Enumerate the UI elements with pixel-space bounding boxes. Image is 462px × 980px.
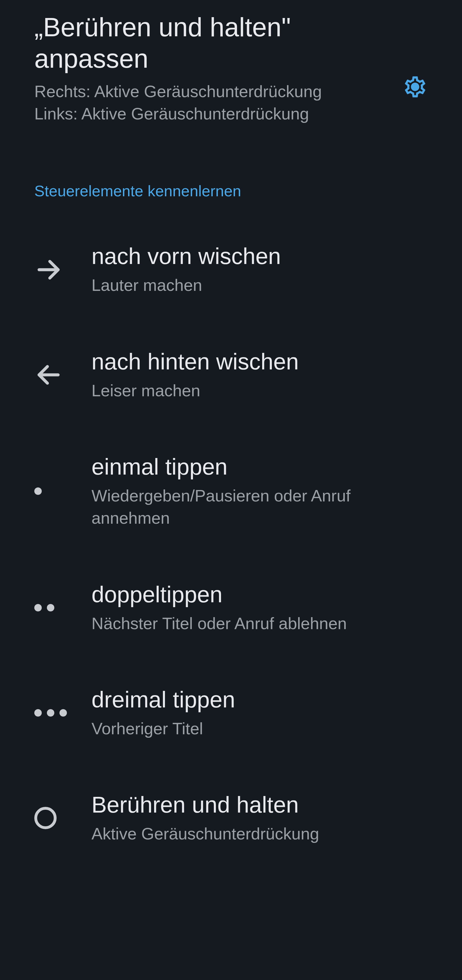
touch-hold-customize[interactable]: „Berühren und halten" anpassen Rechts: A…	[34, 11, 391, 125]
circle-outline-icon	[34, 807, 91, 829]
header-title: „Berühren und halten" anpassen	[34, 11, 391, 75]
triple-dot-icon	[34, 709, 91, 717]
header-subtitle: Rechts: Aktive Geräuschunterdrückung Lin…	[34, 80, 391, 125]
gesture-desc: Lauter machen	[91, 274, 428, 296]
gesture-desc: Aktive Geräuschunterdrückung	[91, 822, 428, 845]
gesture-desc: Vorheriger Titel	[91, 718, 428, 740]
single-dot-icon	[34, 487, 91, 495]
gesture-desc: Wiedergeben/Pausieren oder Anruf annehme…	[91, 485, 428, 530]
gesture-single-tap[interactable]: einmal tippen Wiedergeben/Pausieren oder…	[34, 428, 428, 555]
settings-button[interactable]	[403, 74, 428, 100]
svg-point-0	[413, 84, 418, 89]
gesture-desc: Leiser machen	[91, 379, 428, 402]
gesture-double-tap[interactable]: doppeltippen Nächster Titel oder Anruf a…	[34, 555, 428, 660]
gesture-triple-tap[interactable]: dreimal tippen Vorheriger Titel	[34, 660, 428, 765]
gesture-title: doppeltippen	[91, 581, 428, 608]
header-row: „Berühren und halten" anpassen Rechts: A…	[0, 0, 462, 136]
gesture-touch-hold[interactable]: Berühren und halten Aktive Geräuschunter…	[34, 765, 428, 870]
gesture-swipe-forward[interactable]: nach vorn wischen Lauter machen	[34, 217, 428, 322]
section-header-controls: Steuerelemente kennenlernen	[0, 136, 462, 217]
double-dot-icon	[34, 604, 91, 611]
gesture-desc: Nächster Titel oder Anruf ablehnen	[91, 612, 428, 635]
gesture-title: nach hinten wischen	[91, 348, 428, 375]
gesture-title: nach vorn wischen	[91, 243, 428, 270]
gear-icon	[403, 74, 428, 99]
gesture-swipe-backward[interactable]: nach hinten wischen Leiser machen	[34, 322, 428, 428]
arrow-right-icon	[34, 255, 91, 284]
gesture-title: dreimal tippen	[91, 686, 428, 713]
arrow-left-icon	[34, 361, 91, 389]
gesture-title: Berühren und halten	[91, 791, 428, 819]
gesture-list: nach vorn wischen Lauter machen nach hin…	[0, 217, 462, 870]
gesture-title: einmal tippen	[91, 453, 428, 480]
